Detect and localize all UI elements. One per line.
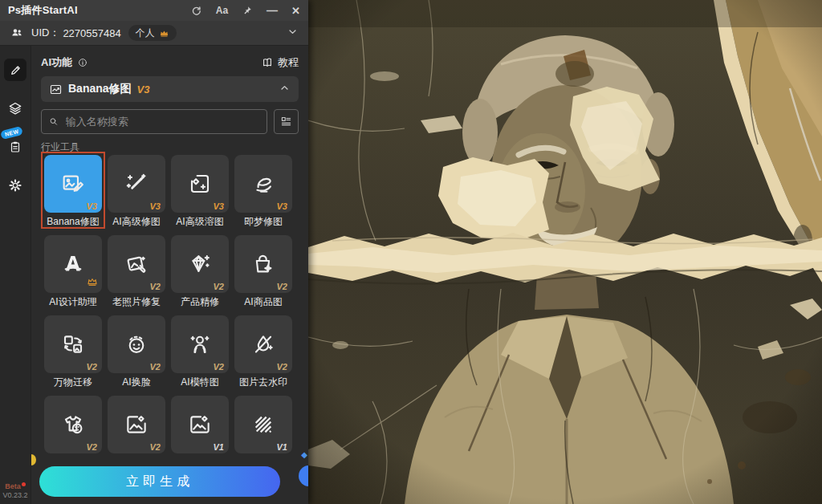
sidebar-item-layers[interactable] xyxy=(4,97,26,120)
list-view-icon xyxy=(279,115,293,128)
tool-ai-design-assistant[interactable]: AI设计助理 xyxy=(44,235,102,308)
magic-wand-icon xyxy=(124,171,149,197)
tool-banana-retouch[interactable]: V3 Banana修图 xyxy=(44,155,102,228)
shopping-bag-icon xyxy=(250,251,276,277)
icon-rail: NEW Beta V0.23.2 xyxy=(0,46,31,504)
tool-image-generate-v1[interactable]: V1 xyxy=(171,396,229,469)
search-input[interactable] xyxy=(64,115,260,128)
version-tag: V3 xyxy=(214,201,224,211)
sidebar-item-edit[interactable] xyxy=(4,59,26,81)
crown-badge xyxy=(87,275,98,290)
jimeng-swirl-icon xyxy=(250,171,276,197)
feature-dropdown[interactable]: Banana修图 V3 xyxy=(41,76,299,102)
tool-watermark-remove[interactable]: V2 图片去水印 xyxy=(234,315,292,388)
hidden-float-badge-right xyxy=(299,465,308,486)
face-swap-icon xyxy=(124,331,149,357)
tutorial-button[interactable]: 教程 xyxy=(261,55,299,70)
titlebar-actions: Aa — ✕ xyxy=(190,5,300,17)
feature-title: Banana修图 xyxy=(68,82,132,96)
tutorial-label: 教程 xyxy=(278,55,299,70)
book-icon xyxy=(261,56,274,69)
model-icon xyxy=(187,331,213,357)
window-title: Ps插件StartAI xyxy=(8,3,184,18)
image-diamond-icon xyxy=(124,412,149,437)
clipboard-icon xyxy=(8,140,22,154)
version-tag: V2 xyxy=(87,442,97,452)
canvas-image-damaged-portrait xyxy=(308,0,822,504)
titlebar: Ps插件StartAI Aa — ✕ xyxy=(0,0,308,21)
pin-icon[interactable] xyxy=(242,5,253,16)
crown-icon xyxy=(159,28,169,39)
tool-object-transfer[interactable]: V2 万物迁移 xyxy=(44,315,102,388)
plan-badge: 个人 xyxy=(128,25,177,41)
chevron-down-icon[interactable] xyxy=(287,26,299,41)
hidden-float-badge-left xyxy=(31,454,36,465)
generate-button[interactable]: 立即生成 xyxy=(39,466,280,497)
tools-grid: V3 Banana修图 V3 AI高级修图 V3 AI高级溶图 xyxy=(41,155,299,469)
version-footer: Beta V0.23.2 xyxy=(0,482,31,500)
tool-ai-face-swap[interactable]: V2 AI换脸 xyxy=(108,315,165,388)
version-tag: V1 xyxy=(214,442,224,452)
image-blend-icon xyxy=(187,171,213,197)
tool-ai-advanced-retouch[interactable]: V3 AI高级修图 xyxy=(108,155,165,228)
search-box[interactable] xyxy=(41,109,267,134)
version-tag: V2 xyxy=(214,282,224,291)
version-tag: V2 xyxy=(150,362,161,372)
tool-product-refine[interactable]: V2 产品精修 xyxy=(171,235,229,308)
pencil-icon xyxy=(8,63,23,78)
version-tag: V3 xyxy=(277,201,287,211)
new-badge: NEW xyxy=(0,126,23,140)
version-tag: V2 xyxy=(150,442,161,452)
font-size-icon[interactable]: Aa xyxy=(216,5,228,16)
image-chart-icon xyxy=(49,83,63,96)
gear-icon xyxy=(7,177,23,193)
startai-plugin-panel: Ps插件StartAI Aa — ✕ UID： 2270557484 个人 xyxy=(0,0,308,504)
tool-jimeng-retouch[interactable]: V3 即梦修图 xyxy=(234,155,292,228)
transfer-icon xyxy=(60,331,86,357)
refresh-icon[interactable] xyxy=(190,5,202,17)
version-tag: V2 xyxy=(150,282,161,291)
version-tag: V3 xyxy=(150,201,161,211)
version-tag: V2 xyxy=(87,362,97,372)
beta-dot xyxy=(22,482,26,486)
uid-value: 2270557484 xyxy=(63,27,120,39)
tool-clothes-style[interactable]: V2 xyxy=(44,396,102,469)
tool-texture-pattern[interactable]: V1 xyxy=(234,396,292,469)
image-diamond-icon xyxy=(187,412,213,437)
tool-image-generate-v2[interactable]: V2 xyxy=(108,396,165,469)
photo-restore-icon xyxy=(124,251,149,277)
stripes-icon xyxy=(250,412,276,437)
plan-badge-label: 个人 xyxy=(136,26,155,40)
watermark-remove-icon xyxy=(250,331,276,357)
tool-ai-model-image[interactable]: V2 AI模特图 xyxy=(171,315,229,388)
damaged-photo-illustration xyxy=(308,0,822,504)
sidebar-item-templates[interactable]: NEW xyxy=(4,136,26,158)
chevron-up-icon[interactable] xyxy=(279,82,291,97)
users-icon xyxy=(10,26,24,40)
design-assistant-icon xyxy=(59,250,87,278)
tool-old-photo-restore[interactable]: V2 老照片修复 xyxy=(108,235,165,308)
feature-version: V3 xyxy=(137,83,150,96)
tool-ai-product-image[interactable]: V2 AI商品图 xyxy=(234,235,292,308)
version-tag: V3 xyxy=(87,201,97,211)
version-tag: V2 xyxy=(277,282,287,291)
version-tag: V1 xyxy=(277,442,287,452)
image-edit-icon xyxy=(60,171,86,197)
account-bar[interactable]: UID： 2270557484 个人 xyxy=(0,21,308,46)
version-tag: V2 xyxy=(277,362,287,372)
search-icon xyxy=(48,116,59,128)
version-tag: V2 xyxy=(214,362,224,372)
beta-label: Beta xyxy=(5,482,21,490)
sidebar-item-settings[interactable] xyxy=(4,174,26,197)
hidden-float-glyph-right: ◆ xyxy=(301,450,307,459)
app-version: V0.23.2 xyxy=(0,491,31,500)
info-icon[interactable] xyxy=(77,57,88,68)
group-label: 行业工具 xyxy=(41,140,299,152)
tool-ai-advanced-blend[interactable]: V3 AI高级溶图 xyxy=(171,155,229,228)
view-toggle-button[interactable] xyxy=(274,109,299,134)
close-icon[interactable]: ✕ xyxy=(291,5,300,17)
app-window: Ps插件StartAI Aa — ✕ UID： 2270557484 个人 xyxy=(0,0,822,504)
minimize-icon[interactable]: — xyxy=(267,6,278,14)
uid-label: UID： xyxy=(31,26,59,40)
diamond-icon xyxy=(187,251,213,277)
